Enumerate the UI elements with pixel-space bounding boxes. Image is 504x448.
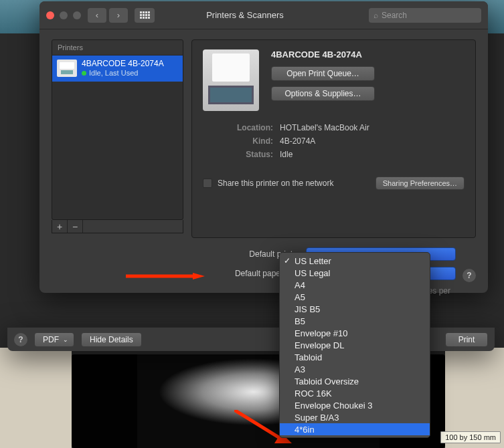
chevron-right-icon: ›	[117, 10, 120, 20]
share-printer-checkbox[interactable]	[203, 179, 212, 188]
window-controls	[46, 11, 81, 19]
add-printer-button[interactable]: +	[52, 220, 68, 233]
printer-icon	[57, 60, 77, 77]
paper-size-option[interactable]: Tabloid	[280, 351, 430, 363]
sharing-preferences-button[interactable]: Sharing Preferences…	[375, 177, 465, 190]
kind-label: Kind:	[203, 136, 280, 146]
printer-large-icon	[203, 49, 259, 111]
paper-size-option[interactable]: JIS B5	[280, 303, 430, 315]
printer-name: 4BARCODE 4B-2074A	[82, 59, 164, 69]
zoom-window-button[interactable]	[73, 11, 81, 19]
printer-row[interactable]: 4BARCODE 4B-2074A Idle, Last Used	[52, 55, 183, 82]
search-field-wrap[interactable]: ⌕	[369, 8, 481, 23]
printers-list-buttons: + −	[52, 220, 183, 233]
paper-size-option[interactable]: A4	[280, 279, 430, 291]
status-label: Status:	[203, 150, 280, 159]
paper-size-option[interactable]: US Letter	[280, 255, 430, 267]
printer-detail-panel: 4BARCODE 4B-2074A Open Print Queue… Opti…	[191, 39, 476, 238]
paper-size-option[interactable]: 4*6in	[280, 423, 430, 435]
paper-size-option[interactable]: ROC 16K	[280, 387, 430, 399]
search-input[interactable]	[382, 11, 482, 20]
paper-size-option[interactable]: Envelope Choukei 3	[280, 399, 430, 411]
status-value: Idle	[280, 150, 292, 159]
close-window-button[interactable]	[46, 11, 54, 19]
paper-size-option[interactable]: Tabloid Oversize	[280, 375, 430, 387]
open-print-queue-button[interactable]: Open Print Queue…	[271, 66, 375, 81]
printers-sidebar: Printers 4BARCODE 4B-2074A Idle, Last Us…	[52, 39, 183, 302]
paper-size-option[interactable]: Envelope DL	[280, 339, 430, 351]
paper-size-menu[interactable]: US LetterUS LegalA4A5JIS B5B5Envelope #1…	[279, 252, 430, 438]
paper-size-option[interactable]: A5	[280, 291, 430, 303]
printer-status: Idle, Last Used	[82, 69, 164, 78]
location-label: Location:	[203, 123, 280, 132]
status-dot-icon	[82, 71, 86, 76]
hide-details-button[interactable]: Hide Details	[81, 332, 142, 347]
paper-size-option[interactable]: Super B/A3	[280, 411, 430, 423]
print-help-button[interactable]: ?	[14, 333, 27, 346]
share-printer-label: Share this printer on the network	[218, 179, 370, 188]
chevron-left-icon: ‹	[96, 10, 98, 20]
help-button[interactable]: ?	[463, 269, 476, 282]
print-button[interactable]: Print	[445, 332, 488, 347]
window-title: Printers & Scanners	[121, 10, 369, 20]
search-icon: ⌕	[373, 11, 378, 20]
printers-list-header: Printers	[52, 40, 183, 55]
paper-size-option[interactable]: B5	[280, 315, 430, 327]
desktop-background-left	[0, 348, 72, 448]
back-button[interactable]: ‹	[88, 8, 106, 23]
chevron-down-icon: ⌄	[63, 336, 68, 343]
paper-size-option[interactable]: A3	[280, 363, 430, 375]
paper-size-option[interactable]: Envelope #10	[280, 327, 430, 339]
size-tooltip: 100 by 150 mm	[440, 431, 501, 443]
system-preferences-window: ‹ › Printers & Scanners ⌕ Printers 4BARC…	[39, 1, 488, 293]
minimize-window-button[interactable]	[60, 11, 68, 19]
titlebar: ‹ › Printers & Scanners ⌕	[39, 1, 488, 29]
paper-size-option[interactable]: US Legal	[280, 267, 430, 279]
kind-value: 4B-2074A	[280, 136, 315, 146]
printers-list: Printers 4BARCODE 4B-2074A Idle, Last Us…	[52, 39, 183, 220]
pdf-dropdown-button[interactable]: PDF ⌄	[34, 332, 74, 347]
remove-printer-button[interactable]: −	[68, 220, 83, 233]
printer-detail-name: 4BARCODE 4B-2074A	[271, 49, 465, 60]
options-supplies-button[interactable]: Options & Supplies…	[271, 86, 375, 101]
location-value: HOTLabel's MacBook Air	[280, 123, 369, 132]
